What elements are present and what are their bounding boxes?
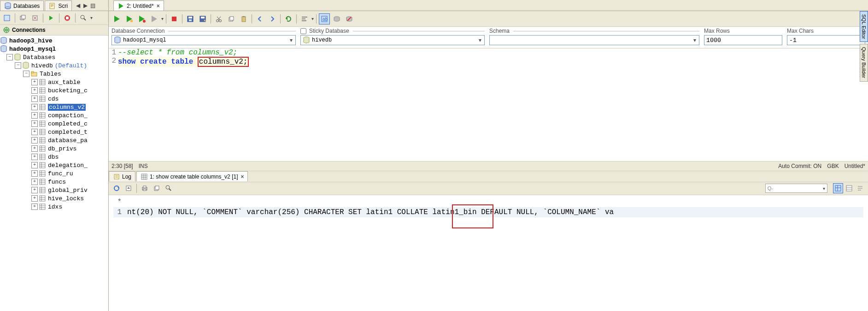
refresh-result-icon[interactable] bbox=[111, 183, 122, 193]
connection-hadoop3[interactable]: hadoop3_hive bbox=[0, 36, 108, 45]
connect-icon[interactable] bbox=[2, 13, 12, 23]
tab-log[interactable]: Log bbox=[109, 171, 135, 181]
table-node[interactable]: +database_pa bbox=[0, 136, 108, 144]
collapse-icon[interactable]: − bbox=[23, 71, 29, 77]
dropdown-arrow-icon[interactable]: ▾ bbox=[90, 15, 93, 20]
sticky-db-select[interactable]: hivedb ▾ bbox=[300, 35, 485, 45]
tab-databases[interactable]: Databases bbox=[0, 0, 44, 11]
chevron-down-icon[interactable]: ▾ bbox=[692, 37, 697, 43]
expand-icon[interactable]: + bbox=[31, 162, 38, 168]
remove-db-icon[interactable] bbox=[30, 13, 40, 23]
refresh-icon[interactable] bbox=[283, 13, 294, 24]
expand-icon[interactable]: + bbox=[31, 187, 38, 193]
close-tab-icon[interactable]: × bbox=[240, 173, 244, 180]
table-node[interactable]: +funcs bbox=[0, 178, 108, 186]
rollback-icon[interactable] bbox=[344, 13, 355, 24]
chevron-down-icon[interactable]: ▾ bbox=[289, 37, 293, 43]
table-node[interactable]: +compaction_ bbox=[0, 111, 108, 120]
table-node[interactable]: +columns_v2 bbox=[0, 103, 108, 111]
autocomplete-icon[interactable]: ab bbox=[319, 13, 330, 24]
expand-icon[interactable]: + bbox=[31, 137, 38, 144]
collapse-icon[interactable]: − bbox=[15, 62, 21, 69]
export-icon[interactable] bbox=[123, 183, 134, 193]
databases-node[interactable]: − Databases bbox=[0, 53, 108, 61]
table-node[interactable]: +aux_table bbox=[0, 78, 108, 86]
table-node[interactable]: +func_ru bbox=[0, 169, 108, 178]
next-icon[interactable] bbox=[267, 13, 278, 24]
side-tab-sql-editor[interactable]: SQL Editor bbox=[860, 11, 868, 42]
expand-icon[interactable]: + bbox=[31, 104, 38, 110]
expand-icon[interactable]: + bbox=[31, 129, 38, 135]
connection-hadoop1[interactable]: hadoop1_mysql bbox=[0, 45, 108, 53]
table-node[interactable]: +completed_t bbox=[0, 128, 108, 136]
maxrows-input[interactable] bbox=[704, 35, 782, 45]
table-node[interactable]: +completed_c bbox=[0, 120, 108, 128]
side-tab-query-builder[interactable]: Query Builder bbox=[860, 44, 868, 81]
expand-icon[interactable]: + bbox=[31, 79, 38, 85]
format-icon[interactable] bbox=[299, 13, 310, 24]
expand-icon[interactable]: + bbox=[31, 112, 38, 119]
dropdown-arrow-icon[interactable]: ▾ bbox=[161, 16, 164, 21]
run-left-icon[interactable] bbox=[46, 13, 56, 23]
result-body[interactable]: * 1 nt(20) NOT NULL, `COMMENT` varchar(2… bbox=[109, 195, 868, 311]
run-explain-icon[interactable] bbox=[149, 13, 160, 24]
run-script-icon[interactable] bbox=[136, 13, 147, 24]
run-current-icon[interactable] bbox=[124, 13, 135, 24]
tab-result-1[interactable]: 1: show create table columns_v2 [1] × bbox=[136, 171, 248, 181]
chevron-down-icon[interactable]: ▾ bbox=[478, 37, 482, 43]
tab-nav-next[interactable]: ▶ bbox=[82, 2, 88, 9]
form-view-icon[interactable] bbox=[844, 183, 854, 193]
copy-db-icon[interactable] bbox=[18, 13, 28, 23]
cut-icon[interactable] bbox=[213, 13, 224, 24]
expand-icon[interactable]: + bbox=[31, 179, 38, 185]
sql-editor[interactable]: 1 --select * from columns_v2; 2 show cre… bbox=[109, 48, 868, 161]
expand-icon[interactable]: + bbox=[31, 203, 38, 210]
maxchars-input[interactable] bbox=[787, 35, 865, 45]
result-search[interactable]: Q- ▾ bbox=[765, 184, 827, 193]
close-tab-icon[interactable]: × bbox=[157, 3, 160, 9]
expand-icon[interactable]: + bbox=[31, 195, 38, 202]
tab-scripts[interactable]: Scri bbox=[45, 0, 72, 11]
paste-icon[interactable] bbox=[238, 13, 249, 24]
table-node[interactable]: +idxs bbox=[0, 203, 108, 211]
table-node[interactable]: +cds bbox=[0, 95, 108, 103]
table-node[interactable]: +dbs bbox=[0, 153, 108, 161]
stop-icon[interactable] bbox=[169, 13, 180, 24]
chevron-down-icon[interactable]: ▾ bbox=[823, 186, 825, 191]
text-view-icon[interactable] bbox=[855, 183, 865, 193]
tables-node[interactable]: − Tables bbox=[0, 70, 108, 78]
editor-tab-2[interactable]: 2: Untitled* × bbox=[113, 0, 164, 11]
prev-icon[interactable] bbox=[254, 13, 265, 24]
save-icon[interactable] bbox=[185, 13, 196, 24]
sticky-checkbox[interactable] bbox=[300, 28, 306, 34]
schema-select[interactable]: ▾ bbox=[489, 35, 699, 45]
print-icon[interactable] bbox=[140, 183, 150, 193]
table-node[interactable]: +delegation_ bbox=[0, 161, 108, 169]
copy-icon[interactable] bbox=[226, 13, 237, 24]
commit-icon[interactable] bbox=[331, 13, 342, 24]
find-icon[interactable] bbox=[164, 183, 174, 193]
table-node[interactable]: +global_priv bbox=[0, 186, 108, 194]
collapse-icon[interactable]: − bbox=[6, 54, 13, 60]
save-as-icon[interactable] bbox=[197, 13, 208, 24]
tab-nav-prev[interactable]: ◀ bbox=[75, 2, 81, 9]
expand-icon[interactable]: + bbox=[31, 145, 38, 152]
dropdown-arrow-icon[interactable]: ▾ bbox=[311, 16, 314, 21]
tab-nav-list[interactable]: ▤ bbox=[89, 2, 96, 9]
expand-icon[interactable]: + bbox=[31, 154, 38, 160]
expand-icon[interactable]: + bbox=[31, 87, 38, 94]
stop-icon[interactable] bbox=[62, 13, 72, 23]
table-node[interactable]: +bucketing_c bbox=[0, 86, 108, 95]
search-db-icon[interactable] bbox=[78, 13, 88, 23]
expand-icon[interactable]: + bbox=[31, 96, 38, 102]
copy-result-icon[interactable] bbox=[152, 183, 162, 193]
search-input[interactable] bbox=[775, 185, 821, 192]
expand-icon[interactable]: + bbox=[31, 120, 38, 127]
table-node[interactable]: +db_privs bbox=[0, 144, 108, 153]
hivedb-node[interactable]: − hivedb (Default) bbox=[0, 61, 108, 70]
expand-icon[interactable]: + bbox=[31, 170, 38, 177]
run-icon[interactable] bbox=[111, 13, 123, 24]
grid-view-icon[interactable] bbox=[833, 183, 843, 193]
db-connection-select[interactable]: hadoop1_mysql ▾ bbox=[111, 35, 296, 45]
table-node[interactable]: +hive_locks bbox=[0, 194, 108, 203]
